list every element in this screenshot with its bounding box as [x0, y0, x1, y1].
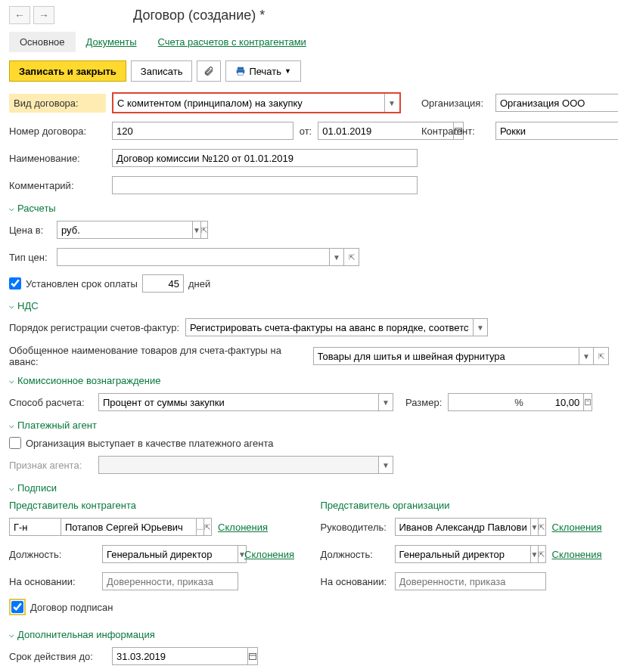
size-unit: %	[514, 397, 523, 408]
section-agent[interactable]: ⌵ Платежный агент	[9, 420, 609, 431]
goods-name-open[interactable]: ⇱	[594, 347, 609, 365]
size-label: Размер:	[405, 397, 442, 408]
section-commission[interactable]: ⌵ Комиссионное вознаграждение	[9, 375, 609, 386]
goods-name-input[interactable]	[313, 347, 579, 365]
contract-type-input[interactable]	[113, 94, 384, 112]
cp-basis-label: На основании:	[9, 576, 96, 587]
svg-rect-7	[250, 654, 256, 660]
chevron-down-icon: ⌵	[9, 483, 14, 493]
org-name-open[interactable]: ⇱	[539, 518, 545, 536]
org-input[interactable]	[495, 94, 618, 112]
agent-sign-dropdown: ▼	[378, 456, 393, 474]
term-days-input[interactable]	[142, 274, 184, 293]
section-vat[interactable]: ⌵ НДС	[9, 300, 609, 311]
org-name-declensions[interactable]: Склонения	[552, 522, 602, 533]
goods-name-label: Обобщенное наименование товаров для счет…	[9, 345, 307, 367]
svg-rect-2	[238, 73, 244, 76]
price-type-input[interactable]	[57, 248, 329, 266]
cp-basis-input[interactable]	[102, 572, 238, 590]
contract-type-dropdown[interactable]: ▼	[384, 94, 399, 112]
attachment-button[interactable]	[197, 60, 221, 82]
reg-order-label: Порядок регистрации счетов-фактур:	[9, 322, 179, 333]
signed-label: Договор подписан	[30, 602, 113, 613]
name-input[interactable]	[112, 149, 418, 167]
number-label: Номер договора:	[9, 125, 106, 137]
chevron-down-icon: ⌵	[9, 420, 14, 430]
back-button[interactable]: ←	[9, 6, 30, 24]
tab-bar: Основное Документы Счета расчетов с конт…	[9, 32, 609, 53]
counterparty-input[interactable]	[495, 122, 618, 140]
term-set-label: Установлен срок оплаты	[26, 278, 138, 290]
printer-icon	[235, 66, 246, 76]
counterparty-label: Контрагент:	[421, 125, 489, 137]
org-basis-input[interactable]	[395, 572, 546, 590]
org-name-input[interactable]	[395, 518, 530, 536]
method-label: Способ расчета:	[9, 397, 92, 408]
size-calc[interactable]	[583, 393, 592, 411]
price-in-open[interactable]: ⇱	[201, 221, 208, 239]
contract-type-label: Вид договора:	[9, 94, 106, 113]
org-rep-header: Представитель организации	[321, 500, 610, 511]
comment-input[interactable]	[112, 176, 418, 194]
svg-rect-5	[585, 399, 591, 405]
org-position-open[interactable]: ⇱	[539, 545, 545, 563]
name-label: Наименование:	[9, 153, 106, 164]
price-in-dropdown[interactable]: ▼	[192, 221, 201, 239]
number-input[interactable]	[112, 122, 293, 140]
comment-label: Комментарий:	[9, 180, 106, 191]
cp-name-declensions[interactable]: Склонения	[218, 522, 268, 533]
save-button[interactable]: Записать	[131, 60, 193, 82]
org-label: Организация:	[421, 98, 489, 109]
method-input[interactable]	[98, 393, 378, 411]
reg-order-dropdown[interactable]: ▼	[473, 318, 488, 336]
agent-sign-input	[98, 456, 378, 474]
cp-name-more[interactable]: ...	[196, 518, 204, 536]
term-set-checkbox[interactable]	[9, 277, 21, 290]
chevron-down-icon: ▼	[284, 67, 291, 75]
price-type-open[interactable]: ⇱	[344, 248, 359, 266]
price-type-dropdown[interactable]: ▼	[329, 248, 344, 266]
section-extra[interactable]: ⌵ Дополнительная информация	[9, 629, 609, 640]
valid-until-picker[interactable]	[247, 647, 258, 665]
term-unit: дней	[188, 278, 210, 290]
goods-name-dropdown[interactable]: ▼	[579, 347, 594, 365]
head-label: Руководитель:	[321, 522, 389, 533]
price-in-input[interactable]	[57, 221, 192, 239]
print-button[interactable]: Печать ▼	[225, 60, 301, 82]
svg-rect-0	[238, 67, 244, 70]
chevron-down-icon: ⌵	[9, 301, 14, 311]
tab-documents[interactable]: Документы	[76, 32, 148, 52]
chevron-down-icon: ⌵	[9, 630, 14, 639]
org-basis-label: На основании:	[321, 576, 389, 587]
cp-position-input[interactable]	[102, 545, 238, 563]
org-name-dropdown[interactable]: ▼	[530, 518, 539, 536]
tab-main[interactable]: Основное	[9, 32, 76, 52]
page-title: Договор (создание) *	[133, 8, 265, 23]
cp-name-open[interactable]: ⇱	[204, 518, 212, 536]
counterparty-rep-header: Представитель контрагента	[9, 500, 298, 511]
valid-until-label: Срок действия до:	[9, 651, 106, 662]
save-close-button[interactable]: Записать и закрыть	[9, 60, 126, 82]
signed-checkbox[interactable]	[11, 601, 23, 613]
tab-accounts[interactable]: Счета расчетов с контрагентами	[148, 32, 317, 52]
section-payments[interactable]: ⌵ Расчеты	[9, 203, 609, 214]
forward-button[interactable]: →	[33, 6, 54, 24]
section-signatures[interactable]: ⌵ Подписи	[9, 482, 609, 494]
chevron-down-icon: ⌵	[9, 203, 14, 213]
valid-until-input[interactable]	[112, 647, 247, 665]
agent-sign-label: Признак агента:	[9, 460, 92, 471]
reg-order-input[interactable]	[185, 318, 473, 336]
org-position-input[interactable]	[395, 545, 530, 563]
org-position-dropdown[interactable]: ▼	[530, 545, 539, 563]
calendar-icon	[248, 652, 257, 661]
price-in-label: Цена в:	[9, 225, 51, 236]
is-agent-label: Организация выступает в качестве платежн…	[26, 438, 274, 449]
chevron-down-icon: ⌵	[9, 376, 14, 386]
cp-name-input[interactable]	[61, 518, 196, 536]
is-agent-checkbox[interactable]	[9, 437, 21, 449]
paperclip-icon	[203, 66, 214, 76]
cp-position-declensions[interactable]: Склонения	[244, 549, 294, 560]
cp-position-label: Должность:	[9, 549, 96, 560]
method-dropdown[interactable]: ▼	[378, 393, 393, 411]
org-position-declensions[interactable]: Склонения	[552, 549, 602, 560]
